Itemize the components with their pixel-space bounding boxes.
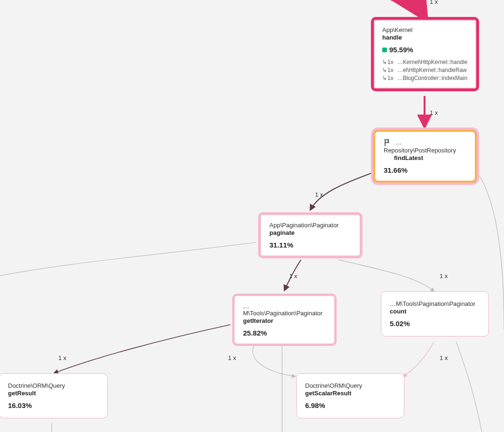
node-percent: 16.03% [8,401,99,409]
node-namespace: …Repository\PostRepository [384,139,456,154]
node-query-getscalarresult[interactable]: Doctrine\ORM\Query getScalarResult 6.98% [296,373,404,418]
node-percent: 5.02% [390,320,480,328]
node-namespace: App\Kernel [382,26,468,33]
flag-icon [384,139,391,146]
edge-label-paginate-count: 1 x [439,272,449,280]
node-query-getresult[interactable]: Doctrine\ORM\Query getResult 16.03% [0,373,108,418]
node-percent: 95.59% [382,46,468,54]
call-list: 1x…Kernel\HttpKernel::handle 1x…el\HttpK… [382,58,468,82]
call-row: 1x…BlogController::indexMain [382,74,468,82]
call-target: …el\HttpKernel::handleRaw [397,66,467,74]
node-function: getScalarResult [305,390,395,397]
edge-label-paginate-iterator: 1 x [288,272,298,280]
node-function: handle [382,34,468,41]
edge-label-iterator-scalar: 1 x [227,354,237,361]
node-namespace: Doctrine\ORM\Query [305,382,395,389]
edge-label-in: 1 x [429,0,439,5]
node-paginator-count[interactable]: …M\Tools\Pagination\Paginator count 5.02… [381,291,489,336]
node-namespace: Doctrine\ORM\Query [8,382,99,389]
node-function: getIterator [243,317,326,324]
node-percent: 25.82% [243,329,326,337]
node-post-repository-findlatest[interactable]: …Repository\PostRepository findLatest 31… [373,130,477,183]
edge-label-count-scalar: 1 x [439,354,449,361]
edge-label-iterator-result: 1 x [57,354,67,361]
node-function: count [390,308,480,315]
node-function: findLatest [394,154,466,161]
call-target: …BlogController::indexMain [397,74,467,82]
node-paginator-paginate[interactable]: App\Pagination\Paginator paginate 31.11% [258,212,362,258]
node-namespace: …M\Tools\Pagination\Paginator [390,300,480,307]
node-namespace: …M\Tools\Pagination\Paginator [243,303,326,317]
edge-label-repo-paginate: 1 x [314,191,324,198]
node-percent: 6.98% [305,401,395,409]
node-percent: 31.66% [384,166,466,174]
node-function: getResult [8,390,99,397]
edge-label-kernel-repo: 1 x [429,109,439,116]
arrow-icon: 1x [382,66,394,74]
status-square-icon [382,48,387,52]
node-percent: 31.11% [269,241,351,249]
node-paginator-getiterator[interactable]: …M\Tools\Pagination\Paginator getIterato… [232,294,337,346]
call-row: 1x…Kernel\HttpKernel::handle [382,58,468,66]
call-row: 1x…el\HttpKernel::handleRaw [382,66,468,74]
node-function: paginate [269,229,351,236]
node-kernel-handle[interactable]: App\Kernel handle 95.59% 1x…Kernel\HttpK… [371,17,479,91]
node-namespace: App\Pagination\Paginator [269,222,351,229]
call-target: …Kernel\HttpKernel::handle [397,58,467,66]
arrow-icon: 1x [382,74,394,82]
arrow-icon: 1x [382,58,394,66]
